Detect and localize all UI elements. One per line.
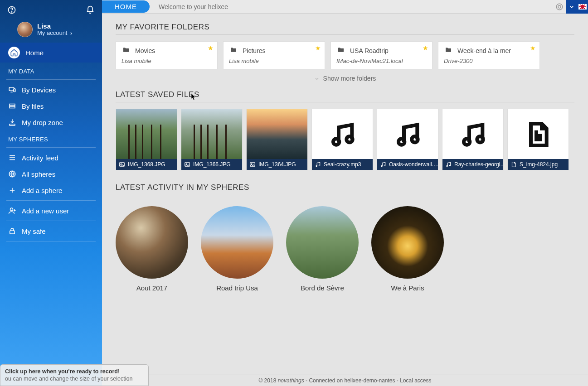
sphere-title: We à Paris (371, 284, 444, 292)
file-card[interactable]: Seal-crazy.mp3 (311, 109, 373, 170)
image-thumb (116, 109, 177, 160)
divider (6, 221, 96, 221)
svg-point-20 (319, 165, 320, 166)
svg-point-10 (558, 5, 561, 8)
music-small-icon (445, 161, 452, 168)
latest-files-title: LATEST SAVED FILES (116, 90, 574, 99)
tab-home[interactable]: HOME (102, 0, 150, 13)
header: HOME Welcome to your helixee (102, 0, 588, 14)
nav-files-label: By files (22, 102, 44, 110)
help-icon[interactable] (6, 5, 17, 15)
nav-files[interactable]: By files (0, 98, 102, 114)
section-spheres-label: MY SPHERES (0, 130, 102, 145)
divider (6, 200, 96, 201)
lock-icon (8, 227, 16, 235)
file-card[interactable]: IMG_1364.JPG (246, 109, 308, 170)
bell-icon[interactable] (85, 5, 96, 15)
svg-point-9 (556, 4, 563, 10)
svg-point-18 (346, 136, 352, 142)
folder-source: Lisa mobile (121, 58, 212, 64)
nav-activity-label: Activity feed (22, 154, 58, 162)
folder-card[interactable]: ★ Movies Lisa mobile (116, 41, 218, 69)
globe-icon (8, 170, 16, 178)
nav-adduser[interactable]: Add a new user (0, 203, 102, 219)
doc-icon (508, 109, 569, 160)
file-name: Oasis-wonderwall.… (389, 161, 438, 168)
footer-copyright: © 2018 (258, 377, 276, 384)
nav-dropzone[interactable]: My drop zone (0, 114, 102, 130)
nav-safe[interactable]: My safe (0, 223, 102, 239)
file-name: Ray-charles-georgi… (454, 161, 503, 168)
sidebar: Lisa My account Home MY DATA By Devices … (0, 0, 102, 386)
nav-addsphere[interactable]: Add a sphere (0, 182, 102, 198)
list-icon (8, 154, 16, 162)
nav-activity[interactable]: Activity feed (0, 150, 102, 166)
nav-adduser-label: Add a new user (22, 207, 69, 215)
user-plus-icon (8, 207, 16, 215)
image-icon (184, 161, 190, 168)
footer: © 2018 novathings - Connected on helixee… (102, 375, 588, 386)
sync-icon[interactable] (553, 0, 566, 14)
section-mydata-label: MY DATA (0, 63, 102, 77)
language-flag[interactable] (577, 0, 588, 14)
welcome-text: Welcome to your helixee (150, 3, 553, 10)
sphere-thumb (371, 206, 444, 279)
svg-rect-5 (10, 106, 15, 108)
favorites-title: MY FAVORITE FOLDERS (116, 23, 574, 32)
folder-icon (121, 46, 131, 55)
profile-link[interactable]: Lisa My account (0, 19, 102, 43)
file-card[interactable]: S_img-4824.jpg (507, 109, 569, 170)
star-icon: ★ (315, 44, 321, 52)
folder-source: Drive-2300 (444, 58, 534, 64)
recording-tip-overlay: Click up here when you're ready to recor… (0, 364, 149, 386)
nav-allspheres-label: All spheres (22, 170, 55, 178)
image-thumb (181, 109, 242, 160)
folder-card[interactable]: ★ USA Roadtrip IMac-de-NoviMac21.local (330, 41, 432, 69)
sphere-thumb (116, 206, 188, 279)
image-icon (119, 161, 125, 168)
file-card[interactable]: IMG_1366.JPG (181, 109, 243, 170)
sphere-item[interactable]: We à Paris (371, 206, 444, 292)
svg-rect-3 (14, 89, 15, 92)
svg-point-26 (477, 136, 483, 142)
file-card[interactable]: IMG_1368.JPG (116, 109, 177, 170)
file-card[interactable]: Ray-charles-georgi… (442, 109, 504, 170)
sphere-item[interactable]: Bord de Sèvre (286, 206, 359, 292)
folder-source: IMac-de-NoviMac21.local (336, 58, 427, 64)
nav-devices[interactable]: By Devices (0, 82, 102, 98)
folder-card[interactable]: ★ Week-end à la mer Drive-2300 (438, 41, 540, 69)
nav-home[interactable]: Home (0, 43, 102, 63)
file-card[interactable]: Oasis-wonderwall.… (377, 109, 438, 170)
svg-point-24 (384, 165, 385, 166)
doc-small-icon (510, 161, 517, 168)
nav-addsphere-label: Add a sphere (22, 187, 62, 194)
divider (116, 102, 574, 102)
file-name: S_img-4824.jpg (520, 161, 558, 168)
divider (6, 79, 96, 80)
chevron-down-icon[interactable] (566, 0, 577, 14)
nav-allspheres[interactable]: All spheres (0, 166, 102, 182)
file-name: IMG_1368.JPG (128, 161, 165, 168)
nav-dropzone-label: My drop zone (22, 119, 63, 126)
music-small-icon (315, 161, 321, 168)
dropzone-icon (8, 118, 16, 126)
music-icon (312, 109, 373, 160)
sphere-item[interactable]: Road trip Usa (201, 206, 273, 292)
folder-card[interactable]: ★ Pictures Lisa mobile (223, 41, 325, 69)
svg-point-25 (464, 139, 470, 145)
file-name: IMG_1366.JPG (193, 161, 231, 168)
divider (6, 241, 96, 241)
svg-point-27 (447, 165, 447, 166)
plus-icon (8, 186, 16, 194)
svg-point-17 (333, 139, 339, 145)
music-icon (377, 109, 438, 160)
main: HOME Welcome to your helixee MY FAVORITE… (102, 0, 588, 386)
star-icon: ★ (423, 44, 428, 52)
footer-status: - Connected on helixee-demo-nantes - Loc… (306, 377, 432, 384)
nav-safe-label: My safe (22, 227, 46, 235)
account-link[interactable]: My account (37, 30, 73, 37)
svg-point-28 (449, 165, 450, 166)
sphere-item[interactable]: Aout 2017 (116, 206, 188, 292)
show-more-folders[interactable]: Show more folders (116, 69, 574, 90)
music-icon (442, 109, 503, 160)
